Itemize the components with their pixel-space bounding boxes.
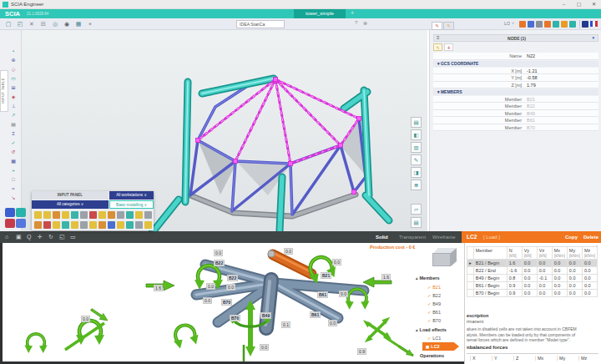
tool-wave-icon[interactable]: ≈ [8, 185, 18, 193]
project-tab[interactable]: tower_simple [294, 9, 346, 18]
close-button[interactable]: ✕ [588, 0, 600, 8]
hex-app-icon-teal[interactable] [16, 208, 26, 217]
tree-operations-group[interactable]: Operations [420, 353, 444, 358]
tree-load-effects-group[interactable]: ▴Load effects [416, 327, 447, 332]
input-tool-icon[interactable] [53, 211, 60, 219]
target-icon[interactable]: ⌖ [85, 19, 95, 29]
input-tool-icon[interactable] [53, 221, 60, 229]
input-tool-icon[interactable] [80, 221, 88, 229]
minimize-button[interactable]: – [558, 0, 570, 8]
tool-box-icon[interactable]: □ [8, 175, 18, 184]
input-tool-icon[interactable] [34, 211, 42, 219]
tree-item-b61[interactable]: ✓B61 [427, 310, 441, 315]
hex-app-icon-lightblue[interactable] [16, 219, 26, 228]
input-table-tab[interactable]: INPUT TABLE [0, 70, 8, 112]
copy-button[interactable]: Copy [565, 231, 578, 243]
move-node-icon[interactable]: ✛ [444, 43, 453, 51]
select-icon[interactable]: ▣ [16, 231, 22, 243]
idea-statica-box[interactable]: IDEA StatiCa [236, 20, 285, 28]
input-tool-icon[interactable] [117, 221, 124, 229]
table-row[interactable]: B61 / Begin0.90.00.00.00.00.0 [467, 282, 598, 290]
input-tool-icon[interactable] [80, 211, 88, 219]
input-tool-icon[interactable] [117, 211, 124, 219]
view-display-button-2[interactable]: ◧ [411, 129, 422, 140]
view-display-button-1[interactable]: ▤ [411, 117, 422, 128]
input-tool-icon[interactable] [34, 221, 42, 229]
input-tool-icon[interactable] [98, 221, 106, 229]
clipboard-button-2[interactable]: ▤ [411, 217, 422, 228]
home-view-icon[interactable]: ⌂ [5, 231, 8, 243]
view-display-button-6[interactable]: ≣ [411, 179, 422, 190]
properties-tab-2[interactable]: ✎ [443, 22, 454, 30]
tool-slab-icon[interactable]: ▭ [8, 74, 18, 83]
tree-item-lc1[interactable]: ✓LC1 [427, 336, 441, 341]
tool-hinge-icon[interactable]: ◈ [8, 93, 18, 101]
view-display-button-5[interactable]: ◨ [411, 167, 422, 178]
pan-icon[interactable]: ✛ [38, 231, 43, 243]
input-tool-icon[interactable] [126, 221, 134, 229]
tool-support-icon[interactable]: ◇ [8, 65, 18, 73]
properties-tab-1[interactable]: ✎ [432, 22, 442, 30]
import-icon[interactable] [561, 21, 568, 28]
input-tool-icon[interactable] [62, 221, 69, 229]
connection-3d-view[interactable]: B22 B22 B21 B61 B61 B70 B70 B49 0.0 0.0 … [3, 243, 462, 361]
tree-members-group[interactable]: ▴Members [416, 276, 440, 281]
export-icon[interactable] [553, 21, 559, 28]
table-row[interactable]: ▸ B21 / Begin1.60.00.00.00.00.0 [467, 260, 598, 267]
tool-add-icon[interactable]: + [8, 166, 18, 174]
viewmode-wireframe[interactable]: Wireframe [432, 231, 456, 243]
tool-undo-icon[interactable]: ↺ [8, 148, 18, 156]
property-row-y[interactable]: Y [m] -0.58 [433, 74, 598, 82]
property-row-member[interactable]: Member B22 [433, 103, 598, 110]
tool-table-icon[interactable]: ▤ [8, 120, 18, 129]
property-row-member[interactable]: Member B21 [433, 96, 598, 104]
grid-tool-icon[interactable]: ▦ [73, 19, 83, 29]
property-row-member[interactable]: Member B49 [433, 110, 598, 118]
new-project-icon[interactable]: ▢ [3, 19, 13, 29]
viewmode-solid[interactable]: Solid [376, 231, 388, 243]
tool-grid-icon[interactable]: ⊞ [8, 83, 18, 92]
refresh-icon[interactable] [544, 21, 551, 28]
tree-item-b21[interactable]: ✓B21 [427, 285, 441, 290]
view-cube[interactable] [432, 253, 451, 266]
tree-item-b22[interactable]: ✓B22 [427, 293, 441, 298]
viewmode-transparent[interactable]: Transparent [399, 231, 426, 243]
lo-dropdown[interactable]: LO [504, 21, 510, 26]
property-row-member[interactable]: Member B70 [433, 124, 598, 132]
input-tool-icon[interactable] [135, 221, 143, 229]
property-row-x[interactable]: X [m] -1.21 [433, 68, 598, 75]
delete-button[interactable]: Delete [583, 231, 598, 243]
person-icon[interactable] [536, 21, 543, 28]
load-case-name[interactable]: LC2 [467, 231, 477, 243]
tool-beam-icon[interactable]: ⊕ [8, 56, 18, 64]
section-gcs-coordinate[interactable]: ▾ GCS COORDINATE [433, 61, 598, 68]
input-tool-icon[interactable] [43, 211, 51, 219]
clipboard-button-1[interactable]: ▱ [411, 204, 422, 215]
property-row-name[interactable]: Name N22 [433, 53, 598, 60]
tool-node-icon[interactable]: • [8, 47, 18, 55]
edit-pencil-icon[interactable]: ✎ [433, 43, 442, 51]
view-display-button-3[interactable]: ▥ [411, 142, 422, 153]
property-row-z[interactable]: Z [m] 1.79 [433, 82, 598, 89]
workstations-dropdown[interactable]: All workstations ∨ [109, 191, 154, 200]
tool-section-icon[interactable]: ⊥ [8, 102, 18, 110]
fit-view-icon[interactable]: ◱ [59, 231, 65, 243]
input-tool-icon[interactable] [62, 211, 69, 219]
categories-dropdown[interactable]: All categories ∨ [32, 200, 109, 209]
view-eye-icon[interactable]: ◉ [62, 19, 72, 29]
grid-icon[interactable] [582, 21, 588, 28]
tool-check-icon[interactable]: ✓ [8, 139, 18, 147]
tool-mesh-icon[interactable]: ▦ [8, 157, 18, 165]
erase-icon[interactable]: ▭ [70, 231, 76, 243]
input-tool-icon[interactable] [135, 211, 143, 219]
filter-icon[interactable]: ▼ [592, 36, 595, 40]
rotate-icon[interactable]: ↻ [48, 231, 53, 243]
input-tool-icon[interactable] [89, 221, 97, 229]
hex-app-icon-red[interactable] [5, 219, 15, 228]
input-tool-icon[interactable] [71, 221, 78, 229]
print-icon[interactable]: ⊟ [38, 19, 48, 29]
input-tool-icon[interactable] [108, 221, 115, 229]
zoom-icon[interactable]: Q [27, 231, 31, 243]
tree-item-lc2-active[interactable]: ▣LC2 [422, 342, 459, 351]
input-tool-icon[interactable] [108, 211, 115, 219]
